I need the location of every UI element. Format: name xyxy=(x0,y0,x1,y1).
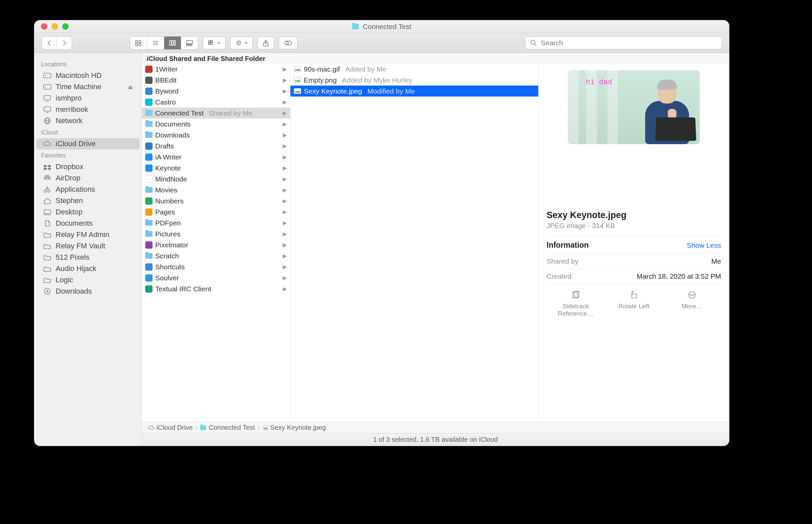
sidebar-item-logic[interactable]: Logic xyxy=(36,274,140,285)
finder-window: Connected Test xyxy=(34,20,729,446)
path-segment[interactable]: Connected Test xyxy=(200,424,255,431)
folder-icon xyxy=(145,121,152,127)
app-icon xyxy=(145,176,152,183)
image-icon xyxy=(294,77,301,83)
arrange-button[interactable] xyxy=(203,37,226,49)
minimize-button[interactable] xyxy=(52,23,58,30)
forward-button[interactable] xyxy=(56,37,71,49)
sidebar-item-audio-hijack[interactable]: Audio Hijack xyxy=(36,263,140,274)
item-name: BBEdit xyxy=(155,76,177,84)
list-item[interactable]: iA Writer▶ xyxy=(142,151,290,162)
list-item[interactable]: Documents▶ xyxy=(142,118,290,130)
sidebar-item-desktop[interactable]: Desktop xyxy=(36,207,140,218)
status-bar: 1 of 3 selected, 1.6 TB available on iCl… xyxy=(142,433,729,446)
sidebar-item-downloads[interactable]: Downloads xyxy=(36,285,140,297)
show-less-button[interactable]: Show Less xyxy=(687,241,721,249)
list-item[interactable]: MindNode▶ xyxy=(142,174,290,184)
list-view-button[interactable] xyxy=(147,37,164,49)
list-item[interactable]: Downloads▶ xyxy=(142,130,290,141)
list-item[interactable]: Sexy Keynote.jpegModified by Me xyxy=(290,85,538,97)
path-label: Sexy Keynote.jpeg xyxy=(271,424,326,431)
sidebar-item-label: Dropbox xyxy=(55,162,83,171)
tags-button[interactable] xyxy=(279,37,297,49)
list-item[interactable]: 1Writer▶ xyxy=(142,64,290,75)
zoom-button[interactable] xyxy=(62,23,69,30)
list-item[interactable]: Connected TestShared by Me▶ xyxy=(142,108,290,118)
list-item[interactable]: Textual IRC Client▶ xyxy=(142,283,290,294)
sidebar-item-dropbox[interactable]: Dropbox xyxy=(36,161,140,173)
svg-line-25 xyxy=(240,41,241,42)
chevron-right-icon: ▶ xyxy=(283,242,287,248)
eject-icon[interactable]: ⏏ xyxy=(128,84,133,90)
sidebar-item-documents[interactable]: Documents xyxy=(36,218,140,229)
folder-icon xyxy=(43,242,52,250)
quick-action[interactable]: Rotate Left xyxy=(614,290,654,317)
list-item[interactable]: 90s-mac.gifAdded by Me xyxy=(290,64,538,75)
list-item[interactable]: Movies▶ xyxy=(142,184,290,195)
list-item[interactable]: Numbers▶ xyxy=(142,195,290,207)
list-item[interactable]: Shortcuts▶ xyxy=(142,261,290,272)
list-item[interactable]: Empty.pngAdded by Myke Hurley xyxy=(290,75,538,85)
list-item[interactable]: BBEdit▶ xyxy=(142,75,290,85)
app-icon xyxy=(145,66,152,73)
column-header: iCloud Shared and File Shared Folder xyxy=(142,53,729,64)
svg-point-53 xyxy=(690,295,691,295)
item-name: PDFpen xyxy=(155,219,181,227)
preview-info-header: Information Show Less xyxy=(547,236,721,254)
sidebar-item-ismhpro[interactable]: ismhpro xyxy=(36,93,140,104)
sidebar-item-stephen[interactable]: Stephen xyxy=(36,195,140,207)
column-view-button[interactable] xyxy=(164,37,181,49)
back-button[interactable] xyxy=(42,37,56,49)
sidebar-section-header: Locations xyxy=(34,58,142,70)
share-button[interactable] xyxy=(258,37,274,49)
icon-view-button[interactable] xyxy=(130,37,147,49)
folder-icon xyxy=(43,265,52,272)
app-icon xyxy=(145,87,152,95)
sidebar-item-512-pixels[interactable]: 512 Pixels xyxy=(36,252,140,263)
sidebar-item-airdrop[interactable]: AirDrop xyxy=(36,173,140,184)
sidebar-item-macintosh-hd[interactable]: Macintosh HD xyxy=(36,70,140,81)
preview-thumbnail[interactable]: hi dad xyxy=(568,70,700,144)
list-item[interactable]: Pixelmator▶ xyxy=(142,239,290,250)
close-button[interactable] xyxy=(41,23,47,30)
list-item[interactable]: Byword▶ xyxy=(142,85,290,97)
sidebar-item-relay-fm-vault[interactable]: Relay FM Vault xyxy=(36,240,140,252)
list-item[interactable]: PDFpen▶ xyxy=(142,217,290,228)
svg-rect-35 xyxy=(44,85,51,89)
download-icon xyxy=(43,288,52,295)
search-field[interactable] xyxy=(525,37,722,49)
path-segment[interactable]: Sexy Keynote.jpeg xyxy=(262,424,326,431)
path-segment[interactable]: iCloud Drive xyxy=(148,424,193,431)
list-item[interactable]: Scratch▶ xyxy=(142,250,290,261)
search-input[interactable] xyxy=(540,38,717,47)
action-button[interactable] xyxy=(230,37,253,49)
app-icon xyxy=(145,241,152,249)
shared-folder-icon xyxy=(145,110,152,116)
sidebar-item-merribook[interactable]: merribook xyxy=(36,104,140,115)
item-name: Byword xyxy=(155,87,179,95)
sidebar-item-time-machine[interactable]: Time Machine⏏ xyxy=(36,81,140,93)
item-name: Castro xyxy=(155,98,176,106)
list-item[interactable]: Drafts▶ xyxy=(142,141,290,151)
chevron-right-icon: ▶ xyxy=(283,88,287,94)
list-item[interactable]: Pages▶ xyxy=(142,207,290,217)
sidebar-item-relay-fm-admin[interactable]: Relay FM Admin xyxy=(36,229,140,240)
sidebar-item-applications[interactable]: Applications xyxy=(36,184,140,195)
sidebar-item-network[interactable]: Network xyxy=(36,115,140,127)
item-subtext: Modified by Me xyxy=(367,87,415,95)
app-icon xyxy=(145,263,152,271)
sidebar-item-icloud-drive[interactable]: iCloud Drive xyxy=(36,138,140,149)
path-label: iCloud Drive xyxy=(157,424,193,431)
svg-rect-10 xyxy=(186,40,193,44)
svg-rect-14 xyxy=(209,40,210,42)
list-item[interactable]: Castro▶ xyxy=(142,97,290,108)
sidebar-section-header: iCloud xyxy=(34,127,142,138)
list-item[interactable]: Soulver▶ xyxy=(142,272,290,283)
dropbox-icon xyxy=(43,163,52,170)
gallery-view-button[interactable] xyxy=(181,37,198,49)
list-item[interactable]: Pictures▶ xyxy=(142,228,290,239)
chevron-right-icon: ▶ xyxy=(283,165,287,171)
quick-action[interactable]: Sidetrack Reference… xyxy=(555,290,596,317)
list-item[interactable]: Keynote▶ xyxy=(142,162,290,174)
quick-action[interactable]: More… xyxy=(672,290,712,317)
